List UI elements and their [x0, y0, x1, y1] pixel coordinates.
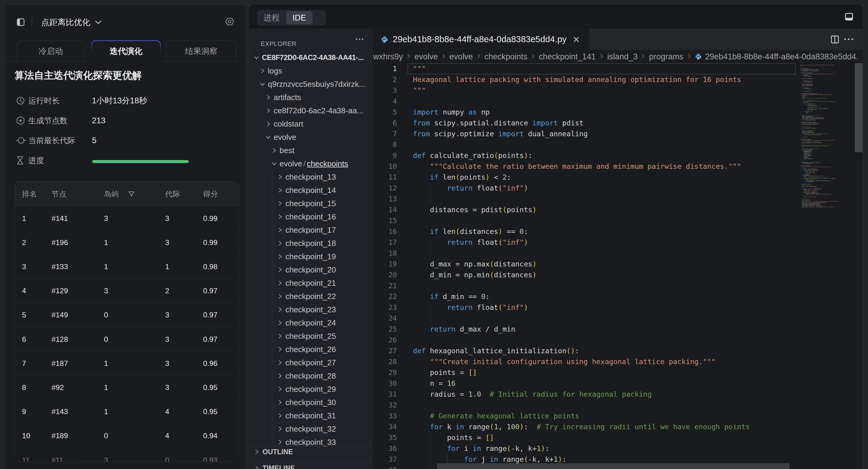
tab-coldstart[interactable]: 冷启动 [17, 40, 85, 61]
tree-item-checkpoint-32[interactable]: checkpoint_32 [249, 422, 373, 436]
line-number: 23 [373, 302, 397, 313]
table-row[interactable]: 6#128030.97 [15, 327, 239, 351]
code-line: 21 [373, 280, 799, 291]
tree-item-checkpoint-13[interactable]: checkpoint_13 [249, 170, 373, 184]
cell-rank: 11 [22, 456, 30, 462]
tree-item-checkpoint-30[interactable]: checkpoint_30 [249, 396, 373, 409]
tree-item-artifacts[interactable]: artifacts [249, 91, 373, 104]
cell-node: #196 [52, 239, 68, 247]
project-title[interactable]: 点距离比优化 [41, 17, 90, 27]
table-row[interactable]: 2#196130.99 [15, 230, 239, 254]
col-header-node[interactable]: 节点 [52, 189, 66, 199]
cell-score: 0.93 [203, 456, 218, 462]
cell-gen: 3 [165, 214, 169, 223]
scrollbar-thumb[interactable] [855, 63, 863, 152]
tree-item-checkpoint-24[interactable]: checkpoint_24 [249, 316, 373, 330]
tree-label-checkpoints[interactable]: checkpoints [307, 159, 348, 168]
cell-island: 3 [104, 214, 108, 223]
chevron-right-icon [277, 307, 283, 313]
target-hexagon-icon[interactable] [225, 18, 234, 26]
tree-item-checkpoint-15[interactable]: checkpoint_15 [249, 197, 373, 210]
tree-item-checkpoint-25[interactable]: checkpoint_25 [249, 330, 373, 343]
table-row[interactable]: 11#11300.93 [15, 448, 239, 462]
tree-item-checkpoint-17[interactable]: checkpoint_17 [249, 223, 373, 237]
line-number: 9 [373, 150, 397, 161]
minimap[interactable]: """Hexagonal lattice packing with simula… [799, 63, 855, 469]
stat-row-2: 当前最长代际5 [5, 134, 246, 147]
tab-ide[interactable]: IDE [286, 11, 313, 24]
tree-item-checkpoint-21[interactable]: checkpoint_21 [249, 276, 373, 290]
toggle-panel-icon[interactable] [845, 13, 853, 21]
breadcrumb-item[interactable]: programs [649, 52, 683, 61]
table-row[interactable]: 3#133110.98 [15, 254, 239, 279]
line-number: 18 [373, 248, 397, 259]
tree-item-evolve-checkpoints[interactable]: evolve/checkpoints [249, 157, 373, 170]
tree-item-checkpoint-19[interactable]: checkpoint_19 [249, 250, 373, 263]
tree-item-checkpoint-29[interactable]: checkpoint_29 [249, 382, 373, 396]
tree-item-evolve[interactable]: evolve [249, 130, 373, 144]
col-header-generation[interactable]: 代际 [165, 189, 180, 199]
table-row[interactable]: 4#129320.97 [15, 279, 239, 303]
breadcrumb-item[interactable]: island_3 [607, 52, 638, 61]
tree-item-coldstart[interactable]: coldstart [249, 117, 373, 130]
tree-item-checkpoint-28[interactable]: checkpoint_28 [249, 369, 373, 382]
cell-node: #92 [52, 383, 64, 392]
timeline-section[interactable]: TIMELINE [249, 462, 373, 469]
tree-item-label: checkpoint_31 [285, 411, 336, 420]
cell-node: #129 [52, 287, 68, 295]
tree-item-checkpoint-31[interactable]: checkpoint_31 [249, 409, 373, 422]
chevron-right-icon [277, 200, 283, 207]
breadcrumb-item[interactable]: evolve [450, 52, 473, 61]
breadcrumb-item[interactable]: 29eb41b8-8b8e-44ff-a8e4-0da8383e5dd4. [705, 52, 858, 61]
col-header-island[interactable]: 岛屿 [104, 189, 119, 199]
table-row[interactable]: 7#187130.96 [15, 351, 239, 375]
table-row[interactable]: 10#189040.94 [15, 424, 239, 448]
col-header-score[interactable]: 得分 [203, 189, 218, 199]
filter-icon[interactable] [127, 189, 136, 198]
code-line: 1""" [373, 63, 799, 74]
code-line: 36 for i in range(-k, k+1): [373, 443, 799, 454]
chevron-right-icon [277, 373, 283, 379]
chevron-down-icon[interactable] [94, 20, 102, 25]
table-row[interactable]: 8#92130.95 [15, 375, 239, 399]
breadcrumb-item[interactable]: evolve [414, 52, 438, 61]
tab-evolution[interactable]: 迭代演化 [91, 40, 161, 61]
file-tab[interactable]: 29eb41b8-8b8e-44ff-a8e4-0da8383e5dd4.py [373, 29, 589, 50]
editor-more-actions-icon[interactable] [844, 37, 854, 41]
table-row[interactable]: 1#141330.99 [15, 206, 239, 230]
tab-insight[interactable]: 结果洞察 [166, 40, 237, 61]
table-row[interactable]: 5#149030.97 [15, 303, 239, 327]
tree-item-checkpoint-26[interactable]: checkpoint_26 [249, 343, 373, 356]
line-number: 15 [373, 215, 397, 226]
tab-process[interactable]: 进程 [257, 10, 286, 26]
tree-item-checkpoint-14[interactable]: checkpoint_14 [249, 184, 373, 197]
tree-item-checkpoint-18[interactable]: checkpoint_18 [249, 237, 373, 250]
cell-island: 1 [104, 239, 108, 247]
tree-item-ce8f72d0-6ac2-4a38-aa-[interactable]: ce8f72d0-6ac2-4a38-aa... [249, 104, 373, 117]
tree-item-checkpoint-27[interactable]: checkpoint_27 [249, 356, 373, 369]
table-row[interactable]: 9#143140.95 [15, 400, 239, 424]
code-editor[interactable]: 1"""2Hexagonal lattice packing with simu… [373, 63, 799, 469]
leaderboard-table: 排名 节点 岛屿 代际 得分 1#141330.992#196130.993#1… [14, 181, 239, 462]
breadcrumb-item[interactable]: checkpoints [484, 52, 527, 61]
breadcrumb-item[interactable]: checkpoint_141 [539, 52, 596, 61]
breadcrumb-item[interactable]: wxhrs9y [373, 52, 403, 61]
outline-section[interactable]: OUTLINE [249, 446, 373, 462]
tree-item-checkpoint-20[interactable]: checkpoint_20 [249, 263, 373, 276]
split-editor-icon[interactable] [831, 36, 839, 43]
tree-item-checkpoint-22[interactable]: checkpoint_22 [249, 290, 373, 303]
tree-item-ce8f72d0-6ac2-4a38-aa41-[interactable]: CE8F72D0-6AC2-4A38-AA41-... [249, 51, 373, 64]
tree-item-checkpoint-16[interactable]: checkpoint_16 [249, 210, 373, 223]
editor-horizontal-scrollbar[interactable] [437, 463, 789, 469]
col-header-rank[interactable]: 排名 [22, 189, 37, 199]
tree-item-q9rznzvcc5esbuiys7dxirzk-[interactable]: q9rznzvcc5esbuiys7dxirzk... [249, 77, 373, 91]
tree-item-best[interactable]: best [249, 144, 373, 157]
explorer-more-icon[interactable] [355, 37, 364, 41]
editor-vertical-scrollbar[interactable] [855, 29, 863, 469]
tree-item-checkpoint-23[interactable]: checkpoint_23 [249, 303, 373, 316]
code-line: 31 radius = 1.0 # Initial radius for hex… [373, 389, 799, 400]
close-tab-icon[interactable] [572, 35, 581, 44]
cell-score: 0.95 [203, 408, 218, 416]
sidebar-toggle-icon[interactable] [17, 19, 24, 26]
tree-item-logs[interactable]: logs [249, 64, 373, 77]
